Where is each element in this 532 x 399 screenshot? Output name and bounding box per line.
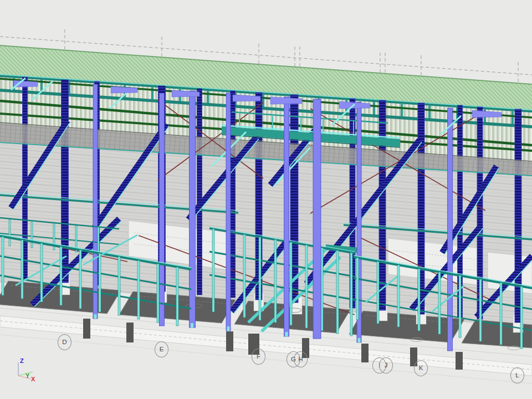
axis-y-label: Y xyxy=(25,372,29,379)
column xyxy=(231,91,236,298)
axis-z-label: Z xyxy=(20,357,24,364)
grid-bubble-l[interactable]: L xyxy=(510,367,524,383)
front-pedestal xyxy=(456,352,463,370)
column-grid-ij xyxy=(379,100,386,310)
front-column xyxy=(160,93,165,326)
column xyxy=(197,89,202,295)
front-column xyxy=(190,91,196,328)
front-column xyxy=(226,93,231,331)
grid-bubble-h[interactable]: H xyxy=(294,351,308,367)
model-canvas[interactable] xyxy=(0,0,532,399)
front-pedestal xyxy=(126,323,134,342)
grid-bubble-k[interactable]: K xyxy=(414,360,428,376)
grid-bubble-f[interactable]: F xyxy=(252,349,265,365)
front-column xyxy=(313,99,321,339)
grid-bubble-e[interactable]: E xyxy=(155,341,168,357)
front-pedestal xyxy=(361,344,369,362)
axis-x-label: X xyxy=(31,376,35,382)
front-column xyxy=(93,84,98,319)
front-pedestal xyxy=(226,331,233,351)
front-pedestal xyxy=(83,319,90,339)
grid-bubble-j[interactable]: J xyxy=(379,357,393,374)
column-grid-d xyxy=(62,80,69,283)
front-column xyxy=(448,108,453,351)
model-viewport[interactable]: D E F G H I J K L Z Y X xyxy=(0,0,532,399)
grid-bubble-d[interactable]: D xyxy=(58,334,71,350)
front-column xyxy=(284,97,289,336)
